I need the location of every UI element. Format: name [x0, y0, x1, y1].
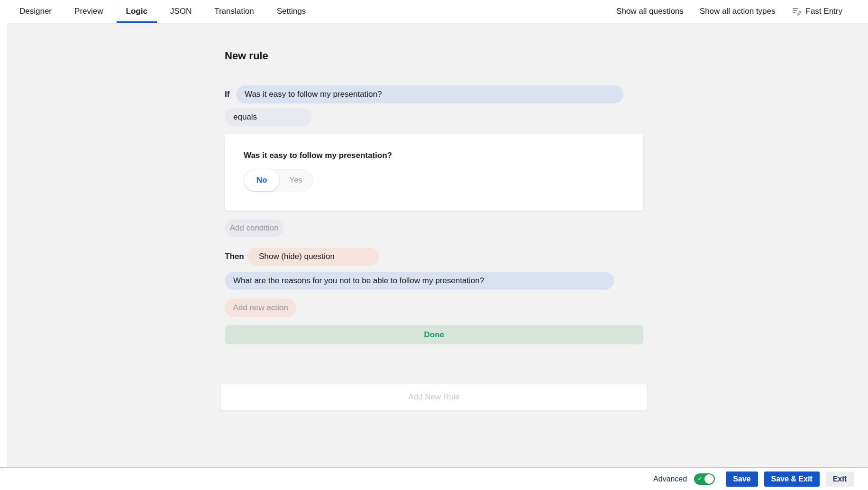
rule-title: New rule [225, 50, 643, 62]
tab-designer-label: Designer [19, 7, 52, 16]
toolbar-actions: Show all questions Show all action types… [616, 0, 868, 23]
add-action-row: Add new action [225, 299, 643, 317]
done-button[interactable]: Done [225, 325, 643, 344]
operator-dropdown[interactable]: equals [225, 108, 312, 126]
toggle-knob [704, 474, 714, 484]
exit-button[interactable]: Exit [826, 472, 854, 487]
toggle-option-yes[interactable]: Yes [279, 176, 312, 185]
value-question-title: Was it easy to follow my presentation? [244, 150, 624, 161]
save-button[interactable]: Save [726, 472, 758, 487]
operator-row: equals [225, 108, 643, 126]
fast-entry-label: Fast Entry [806, 7, 842, 16]
show-all-questions-button[interactable]: Show all questions [616, 7, 684, 16]
add-condition-button[interactable]: Add condition [225, 219, 283, 237]
add-new-action-button[interactable]: Add new action [225, 299, 296, 317]
tab-preview-label: Preview [74, 7, 103, 16]
then-label: Then [225, 252, 247, 261]
creator-toolbar: Designer Preview Logic JSON Translation … [0, 0, 868, 23]
tab-logic-label: Logic [126, 7, 147, 16]
fast-entry-icon [792, 6, 802, 17]
condition-question-dropdown[interactable]: Was it easy to follow my presentation? [236, 85, 623, 103]
checkmark-icon: ✓ [697, 475, 702, 482]
condition-value-panel: Was it easy to follow my presentation? N… [225, 134, 643, 211]
tab-json[interactable]: JSON [159, 0, 203, 23]
rule-editor: New rule If Was it easy to follow my pre… [7, 23, 643, 410]
tab-json-label: JSON [170, 7, 192, 16]
tab-preview[interactable]: Preview [63, 0, 114, 23]
then-action-row: Then Show (hide) question [225, 248, 643, 266]
toggle-option-no[interactable]: No [244, 169, 279, 191]
action-question-row: What are the reasons for you not to be a… [225, 272, 643, 290]
tab-logic[interactable]: Logic [115, 0, 159, 23]
creator-tabs: Designer Preview Logic JSON Translation … [0, 0, 317, 23]
action-type-dropdown[interactable]: Show (hide) question [247, 248, 379, 266]
if-condition-row: If Was it easy to follow my presentation… [225, 85, 643, 103]
tab-settings[interactable]: Settings [265, 0, 317, 23]
add-new-rule-button[interactable]: Add New Rule [221, 384, 647, 410]
show-all-action-types-button[interactable]: Show all action types [700, 7, 776, 16]
tab-settings-label: Settings [277, 7, 306, 16]
boolean-value-toggle[interactable]: No Yes [244, 169, 313, 192]
tab-translation[interactable]: Translation [203, 0, 265, 23]
tab-translation-label: Translation [214, 7, 254, 16]
add-condition-row: Add condition [225, 219, 643, 237]
footer-bar: Advanced ✓ Save Save & Exit Exit [0, 467, 868, 490]
advanced-label: Advanced [653, 475, 687, 483]
logic-tab-content: New rule If Was it easy to follow my pre… [7, 23, 868, 467]
action-question-dropdown[interactable]: What are the reasons for you not to be a… [225, 272, 614, 290]
if-label: If [225, 90, 236, 99]
tab-designer[interactable]: Designer [8, 0, 63, 23]
fast-entry-button[interactable]: Fast Entry [792, 6, 842, 17]
save-exit-button[interactable]: Save & Exit [764, 472, 820, 487]
advanced-toggle[interactable]: ✓ [694, 473, 715, 485]
